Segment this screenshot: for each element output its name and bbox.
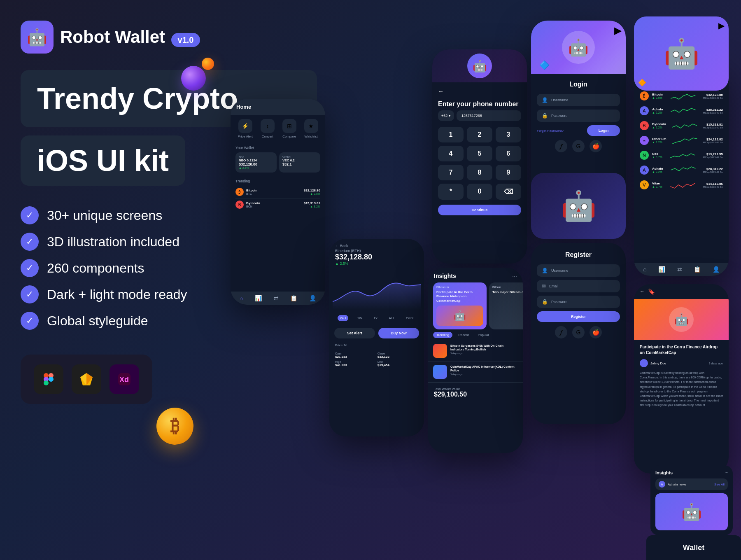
check-icon: ✓ — [21, 233, 39, 251]
tf-24h[interactable]: 24H — [338, 315, 349, 321]
insight-card-1[interactable]: Bitcoin Two major Bitcoin on... — [489, 282, 523, 329]
username-field[interactable]: 👤 Username — [537, 94, 620, 106]
market-coin-bitcoin[interactable]: ₿ Bitcoin ▲ 2.5% $32,128.80 MCap $993.43… — [634, 89, 729, 103]
market-coin-neo[interactable]: N Neo ▲ 3.7% $13,221.55 MCap $993.43 Bn — [634, 148, 729, 163]
key-1[interactable]: 1 — [438, 127, 464, 142]
facebook-login[interactable]: 𝒇 — [555, 140, 567, 152]
market-nav-home[interactable]: ⌂ — [643, 266, 646, 273]
continue-button[interactable]: Continue — [438, 205, 521, 215]
article-bookmark-icon[interactable]: 🔖 — [648, 288, 655, 295]
insights-menu-icon[interactable]: ··· — [512, 273, 517, 279]
nav-chart[interactable]: 📊 — [255, 295, 262, 301]
bitcoin-coin-decoration: ₿ — [156, 408, 193, 445]
key-2[interactable]: 2 — [467, 127, 492, 142]
tf-1w[interactable]: 1W — [355, 315, 365, 321]
chart-back[interactable]: ← Back — [335, 244, 418, 248]
key-3[interactable]: 3 — [496, 127, 521, 142]
reg-apple-login[interactable]: 🍎 — [590, 326, 602, 338]
qa-compare[interactable]: ⊞ Compare — [282, 119, 296, 138]
reg-username-field[interactable]: 👤 Username — [537, 264, 620, 277]
see-all-link[interactable]: See All — [714, 483, 725, 486]
login-button[interactable]: Login — [587, 125, 620, 136]
reg-google-login[interactable]: G — [572, 326, 585, 338]
insight-tab-trending[interactable]: Trending — [433, 332, 452, 338]
article-title: Participate in the Corra Finance Airdrop… — [640, 344, 723, 356]
market-coin-bytecoin[interactable]: B Bytecoin ▲ 2.2% $15,313.81 MCap $993.4… — [634, 118, 729, 133]
key-4[interactable]: 4 — [438, 146, 464, 161]
wallet-card-neo[interactable]: Neo NEO 0.2124 $32,128.80 ▲ 2.5% — [235, 152, 277, 173]
reg-password-field[interactable]: 🔒 Password — [537, 296, 620, 308]
market-coin-vitae[interactable]: V Vitae ▲ 2.7% $14,112.86 MCap $993.43 B… — [634, 177, 729, 192]
qa-price-alert[interactable]: ⚡ Price Alert — [238, 119, 252, 138]
qa-compare-label: Compare — [282, 135, 296, 138]
key-0[interactable]: 0 — [467, 184, 492, 200]
apple-login[interactable]: 🍎 — [590, 140, 602, 152]
reg-email-field[interactable]: ✉ Email — [537, 280, 620, 292]
top-right-robot-card: 🤖 ▶ 🔶 — [634, 16, 729, 91]
qa-convert[interactable]: ↕ Convert — [261, 119, 275, 138]
login-top-deco: ▶ — [614, 25, 622, 36]
article-back-button[interactable]: ← — [640, 289, 645, 294]
forgot-password-link[interactable]: Forget Password? — [537, 129, 564, 133]
country-code-select[interactable]: +62 ▾ — [438, 110, 454, 121]
tf-point[interactable]: Point — [403, 315, 416, 321]
feature-label: 260 components — [47, 261, 144, 276]
market-nav-chart[interactable]: 📊 — [658, 266, 665, 273]
version-badge: v1.0 — [171, 33, 200, 47]
market-nav-swap[interactable]: ⇄ — [677, 266, 682, 273]
stat-high: High $41,233 — [335, 360, 376, 367]
key-7[interactable]: 7 — [438, 165, 464, 180]
insight-news-1[interactable]: CoinMarketCap APAC Influencer(KOL) Conte… — [428, 362, 523, 383]
key-9[interactable]: 9 — [496, 165, 521, 180]
password-field[interactable]: 🔒 Password — [537, 110, 620, 122]
reg-facebook-login[interactable]: 𝒇 — [555, 326, 567, 338]
buy-now-button[interactable]: Buy Now — [378, 328, 419, 338]
nav-user[interactable]: 👤 — [309, 295, 316, 301]
trend-bitcoin[interactable]: ₿ Bitcoin BTC $32,128.80 ▲ 2.5% — [235, 186, 320, 198]
phone-back-button[interactable]: ← — [438, 88, 521, 95]
register-button[interactable]: Register — [537, 311, 620, 322]
trend-bytecoin[interactable]: B Bytecoin BCN $15,313.81 ▲ 3.2% — [235, 198, 320, 211]
market-vitae-info: Vitae ▲ 2.7% — [652, 182, 662, 188]
insight-card-0[interactable]: Ethereum Participate in the Corra Financ… — [433, 282, 487, 329]
key-delete[interactable]: ⌫ — [496, 184, 521, 200]
key-6[interactable]: 6 — [496, 146, 521, 161]
tf-all[interactable]: ALL — [386, 315, 397, 321]
chart-stats: Open $21,233 Close $32,122 High $41,233 … — [329, 349, 424, 370]
svg-point-4 — [44, 380, 49, 385]
key-5[interactable]: 5 — [467, 146, 492, 161]
insight-news-0[interactable]: Bitcoin Surpasses $40k With On-Chain Ind… — [428, 341, 523, 362]
chart-price: $32,128.80 — [335, 253, 418, 261]
wallet-card-vechai[interactable]: Vechai VEC 0.2 $32,1 — [279, 152, 320, 173]
phone-number-input[interactable]: 1257317268 — [457, 110, 521, 121]
market-nav-user[interactable]: 👤 — [713, 266, 720, 273]
market-nav-copy[interactable]: 📋 — [694, 266, 701, 273]
qa-price-alert-label: Price Alert — [238, 135, 252, 138]
set-alert-button[interactable]: Set Alert — [334, 328, 375, 338]
market-coin-achain2[interactable]: A Achain ▲ 2.2% $28,312.22 MCap $993.43 … — [634, 163, 729, 177]
insight-tab-recent[interactable]: Recent — [455, 332, 472, 338]
achain-news-row[interactable]: A Achain news See All — [655, 478, 728, 490]
tf-1y[interactable]: 1Y — [371, 315, 380, 321]
nav-copy[interactable]: 📋 — [290, 295, 297, 301]
reg-email-placeholder: Email — [549, 284, 559, 288]
insights-more-icon[interactable]: ··· — [725, 470, 728, 475]
ic-title-1: Two major Bitcoin on... — [492, 290, 523, 294]
market-coin-etherium[interactable]: Ξ Etherium ▲ 2.2% $24,112.82 MCap $993.4… — [634, 133, 729, 148]
wc-coin-2: VEC 0.2 — [282, 159, 317, 162]
insight-tab-popular[interactable]: Popular — [475, 332, 493, 338]
article-author: Johny Doe 3 days ago — [640, 359, 723, 367]
wallet-section: Your Wallet Neo NEO 0.2124 $32,128.80 ▲ … — [231, 142, 325, 176]
nav-swap[interactable]: ⇄ — [274, 295, 279, 301]
total-wallet-section: Total Wallet Value $29,100.50 — [428, 383, 523, 402]
market-coin-achain[interactable]: A Achain ▲ 2.2% $28,312.22 MCap $993.43 … — [634, 103, 729, 118]
bitcoin-sparkline — [666, 91, 700, 101]
key-star[interactable]: * — [438, 184, 464, 200]
achain2-sparkline — [666, 165, 700, 175]
google-login[interactable]: G — [572, 140, 585, 152]
qa-watchlist[interactable]: ★ Watchlist — [304, 119, 318, 138]
compare-icon: ⊞ — [282, 119, 296, 133]
screen-market: Market 🔍 All news Watchlists Trending ₿ … — [634, 62, 729, 276]
key-8[interactable]: 8 — [467, 165, 492, 180]
nav-home[interactable]: ⌂ — [240, 295, 243, 301]
